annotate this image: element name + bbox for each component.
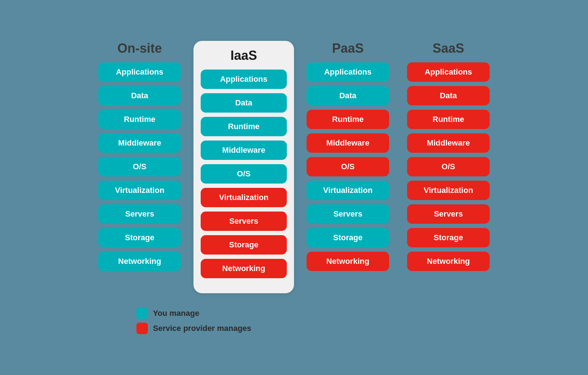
pill-iaas-3: Middleware [201,141,287,160]
main-container: On-siteApplicationsDataRuntimeMiddleware… [0,27,588,348]
pill-saas-0: Applications [407,62,490,82]
pill-iaas-0: Applications [201,70,287,89]
pill-iaas-7: Storage [201,235,287,255]
column-onsite: On-siteApplicationsDataRuntimeMiddleware… [93,41,186,275]
pill-saas-3: Middleware [407,133,490,153]
legend-dot-teal [136,308,148,319]
pill-paas-4: O/S [307,157,389,176]
column-paas: PaaSApplicationsDataRuntimeMiddlewareO/S… [301,41,395,275]
pill-onsite-4: O/S [98,157,181,176]
pill-onsite-6: Servers [98,204,181,224]
pill-saas-4: O/S [407,157,490,176]
pill-paas-5: Virtualization [307,181,389,200]
bottom-area: You manageService provider manages [22,297,566,334]
pill-saas-5: Virtualization [407,181,490,200]
column-header-onsite: On-site [117,41,162,56]
legend-item-red: Service provider manages [136,323,251,334]
pill-onsite-1: Data [98,86,181,105]
pill-saas-6: Servers [407,204,490,224]
columns-wrapper: On-siteApplicationsDataRuntimeMiddleware… [22,41,566,293]
pill-saas-2: Runtime [407,110,490,129]
column-header-saas: SaaS [433,41,464,56]
column-header-paas: PaaS [332,41,364,56]
pill-paas-3: Middleware [307,133,389,153]
pill-onsite-2: Runtime [98,110,181,129]
pill-iaas-8: Networking [201,259,287,278]
pill-paas-0: Applications [307,62,389,82]
column-saas: SaaSApplicationsDataRuntimeMiddlewareO/S… [402,41,495,275]
pill-onsite-5: Virtualization [98,181,181,200]
legend-label-red: Service provider manages [153,324,251,333]
legend-label-teal: You manage [153,309,199,318]
pill-saas-7: Storage [407,228,490,247]
pill-iaas-6: Servers [201,212,287,231]
pill-onsite-7: Storage [98,228,181,247]
legend-dot-red [136,323,148,334]
pill-paas-8: Networking [307,252,389,271]
pill-iaas-1: Data [201,93,287,113]
pill-paas-7: Storage [307,228,389,247]
pill-onsite-8: Networking [98,252,181,271]
pill-paas-2: Runtime [307,110,389,129]
pill-onsite-0: Applications [98,62,181,82]
pill-onsite-3: Middleware [98,133,181,153]
column-header-iaas: IaaS [230,48,257,63]
pill-saas-8: Networking [407,252,490,271]
column-iaas: IaaSApplicationsDataRuntimeMiddlewareO/S… [193,41,294,293]
pill-saas-1: Data [407,86,490,105]
pill-iaas-4: O/S [201,164,287,184]
pill-iaas-5: Virtualization [201,188,287,207]
legend: You manageService provider manages [136,308,251,334]
pill-iaas-2: Runtime [201,117,287,136]
pill-paas-1: Data [307,86,389,105]
pill-paas-6: Servers [307,204,389,224]
legend-item-teal: You manage [136,308,199,319]
